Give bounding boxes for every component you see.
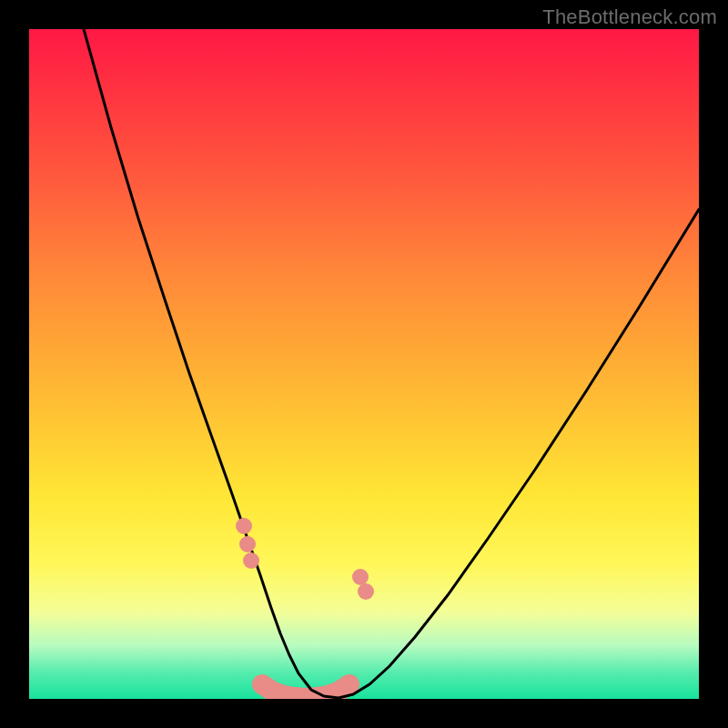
trough-stroke <box>262 684 349 698</box>
bottleneck-curve <box>84 29 699 698</box>
marker-dots <box>236 518 374 600</box>
marker-dot <box>243 552 259 569</box>
chart-svg <box>29 29 699 699</box>
marker-dot <box>358 583 374 600</box>
marker-dot <box>236 518 252 534</box>
plot-area <box>29 29 699 699</box>
trough-band <box>262 684 349 698</box>
watermark-text: TheBottleneck.com <box>542 5 717 29</box>
marker-dot <box>239 536 256 552</box>
marker-dot <box>352 569 369 585</box>
chart-frame: TheBottleneck.com <box>0 0 728 728</box>
